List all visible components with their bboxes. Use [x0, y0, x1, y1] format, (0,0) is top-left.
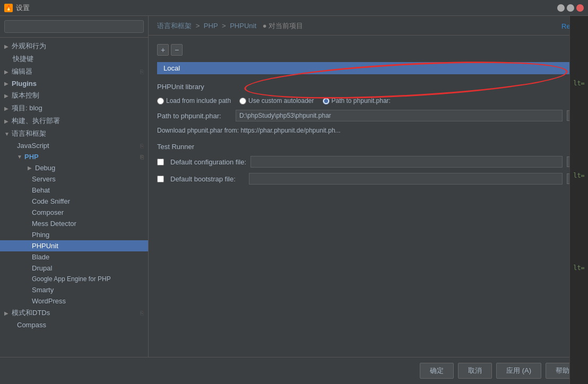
- code-line-3: lt=: [573, 264, 585, 272]
- bootstrap-checkbox[interactable]: [157, 176, 164, 182]
- cancel-button[interactable]: 取消: [458, 363, 492, 379]
- arrow-icon: [4, 131, 10, 137]
- arrow-icon: [28, 165, 33, 171]
- breadcrumb-suffix: ● 对当前项目: [263, 22, 303, 30]
- sidebar-item-label: Code Sniffer: [32, 197, 70, 205]
- content-area: 外观和行为 快捷键 编辑器 ⎘ Plugins: [0, 16, 588, 357]
- apply-button[interactable]: 应用 (A): [496, 363, 541, 379]
- test-runner-section: Test Runner Default configuration file: …: [157, 143, 580, 185]
- copy-icon: ⎘: [140, 68, 144, 75]
- sidebar-item-plugins[interactable]: Plugins: [0, 78, 148, 89]
- radio-label-include: Load from include path: [166, 97, 231, 104]
- settings-dialog: 外观和行为 快捷键 编辑器 ⎘ Plugins: [0, 16, 588, 384]
- sidebar-item-label: Drupal: [32, 264, 52, 272]
- config-checkbox[interactable]: [157, 159, 164, 165]
- sidebar-item-label: Mess Detector: [32, 220, 76, 228]
- sidebar-item-behat[interactable]: Behat: [0, 185, 148, 196]
- radio-group: Load from include path Use custom autolo…: [157, 97, 580, 104]
- maximize-button[interactable]: [567, 4, 574, 12]
- radio-option-autoloader[interactable]: Use custom autoloader: [239, 97, 314, 104]
- radio-option-phar[interactable]: Path to phpunit.phar:: [323, 97, 391, 104]
- bottom-bar: 确定 取消 应用 (A) 帮助: [0, 357, 588, 384]
- copy-icon: ⎘: [140, 143, 144, 149]
- radio-label-phar: Path to phpunit.phar:: [332, 97, 391, 104]
- config-field-row: Default configuration file: ...: [157, 156, 580, 168]
- sidebar-item-debug[interactable]: Debug: [0, 162, 148, 173]
- sidebar-item-codesniffer[interactable]: Code Sniffer: [0, 196, 148, 207]
- sidebar-item-servers[interactable]: Servers: [0, 173, 148, 185]
- arrow-icon: [17, 154, 22, 160]
- radio-autoloader[interactable]: [239, 98, 246, 104]
- title-bar: 🔥 设置: [0, 0, 588, 16]
- sidebar-item-wordpress[interactable]: WordPress: [0, 295, 148, 307]
- sidebar-item-languages[interactable]: 语言和框架: [0, 127, 148, 140]
- config-input[interactable]: [250, 156, 563, 168]
- code-editor-edge: lt= lt= lt=: [569, 16, 588, 384]
- sidebar-item-label: 版本控制: [12, 91, 39, 100]
- breadcrumb-part3: PHPUnit: [230, 22, 256, 30]
- download-link: Download phpunit.phar from: https://phar…: [157, 127, 580, 134]
- breadcrumb-part2: PHP: [204, 22, 218, 30]
- copy-icon: ⎘: [140, 310, 144, 316]
- minimize-button[interactable]: [557, 4, 565, 12]
- sidebar-item-label: Servers: [32, 175, 56, 183]
- remove-button[interactable]: −: [171, 44, 183, 56]
- sidebar-item-compass[interactable]: Compass: [0, 319, 148, 330]
- sidebar-item-label: 快捷键: [13, 54, 33, 64]
- arrow-icon: [4, 106, 10, 111]
- library-section-title: PHPUnit library: [157, 83, 580, 91]
- sidebar-item-vcs[interactable]: 版本控制: [0, 89, 148, 102]
- title-bar-left: 🔥 设置: [4, 3, 30, 13]
- sidebar-item-phpunit[interactable]: PHPUnit: [0, 240, 148, 251]
- add-button[interactable]: +: [157, 44, 169, 56]
- bootstrap-input[interactable]: [249, 173, 563, 185]
- arrow-icon: [4, 118, 10, 124]
- code-line-1: lt=: [573, 80, 585, 87]
- sidebar-item-label: Blade: [32, 253, 49, 261]
- sidebar-item-project[interactable]: 项目: blog: [0, 102, 148, 115]
- test-runner-title: Test Runner: [157, 143, 580, 151]
- sidebar-item-schemes[interactable]: 模式和DTDs ⎘: [0, 307, 148, 319]
- sidebar-item-blade[interactable]: Blade: [0, 251, 148, 263]
- sidebar-item-label: Plugins: [12, 80, 37, 88]
- radio-option-include[interactable]: Load from include path: [157, 97, 231, 104]
- sidebar-item-appearance[interactable]: 外观和行为: [0, 40, 148, 53]
- sidebar-item-label: 项目: blog: [12, 103, 42, 113]
- arrow-icon: [4, 310, 10, 316]
- confirm-button[interactable]: 确定: [420, 363, 454, 379]
- sidebar-item-label: JavaScript: [17, 142, 49, 150]
- sidebar-item-label: 外观和行为: [12, 41, 46, 51]
- sidebar-item-label: 编辑器: [12, 67, 32, 76]
- sidebar-item-label: Smarty: [32, 286, 54, 294]
- sidebar-item-php[interactable]: PHP ⎘: [0, 151, 148, 162]
- phar-field-row: Path to phpunit.phar: ...: [157, 110, 580, 121]
- breadcrumb: 语言和框架 > PHP > PHPUnit ● 对当前项目: [157, 21, 303, 31]
- phar-field-label: Path to phpunit.phar:: [157, 112, 231, 120]
- app-icon: 🔥: [4, 4, 13, 12]
- sidebar-item-phing[interactable]: Phing: [0, 229, 148, 240]
- sidebar-item-build[interactable]: 构建、执行部署: [0, 115, 148, 127]
- phar-path-input[interactable]: [236, 110, 563, 121]
- radio-label-autoloader: Use custom autoloader: [248, 97, 314, 104]
- panel-header: 语言和框架 > PHP > PHPUnit ● 对当前项目 Reset: [149, 16, 588, 36]
- arrow-icon: [4, 43, 10, 49]
- sidebar-item-drupal[interactable]: Drupal: [0, 263, 148, 274]
- sidebar-item-javascript[interactable]: JavaScript ⎘: [0, 140, 148, 151]
- search-box: [0, 16, 148, 38]
- radio-include-path[interactable]: [157, 98, 164, 104]
- sidebar-item-messdetector[interactable]: Mess Detector: [0, 218, 148, 229]
- sidebar-item-label: Compass: [17, 321, 46, 329]
- close-button[interactable]: [576, 4, 584, 12]
- sidebar-item-editors[interactable]: 编辑器 ⎘: [0, 65, 148, 78]
- toolbar-row: + −: [157, 44, 580, 56]
- settings-sidebar: 外观和行为 快捷键 编辑器 ⎘ Plugins: [0, 16, 149, 357]
- bootstrap-field-row: Default bootstrap file: ...: [157, 173, 580, 185]
- sidebar-item-googleappengine[interactable]: Google App Engine for PHP: [0, 274, 148, 284]
- sidebar-item-composer[interactable]: Composer: [0, 207, 148, 218]
- local-item[interactable]: Local: [157, 62, 580, 74]
- radio-phar[interactable]: [323, 98, 330, 104]
- sidebar-item-label: Composer: [32, 208, 64, 216]
- sidebar-item-smarty[interactable]: Smarty: [0, 284, 148, 295]
- sidebar-item-shortcuts[interactable]: 快捷键: [0, 53, 148, 65]
- search-input[interactable]: [4, 20, 144, 33]
